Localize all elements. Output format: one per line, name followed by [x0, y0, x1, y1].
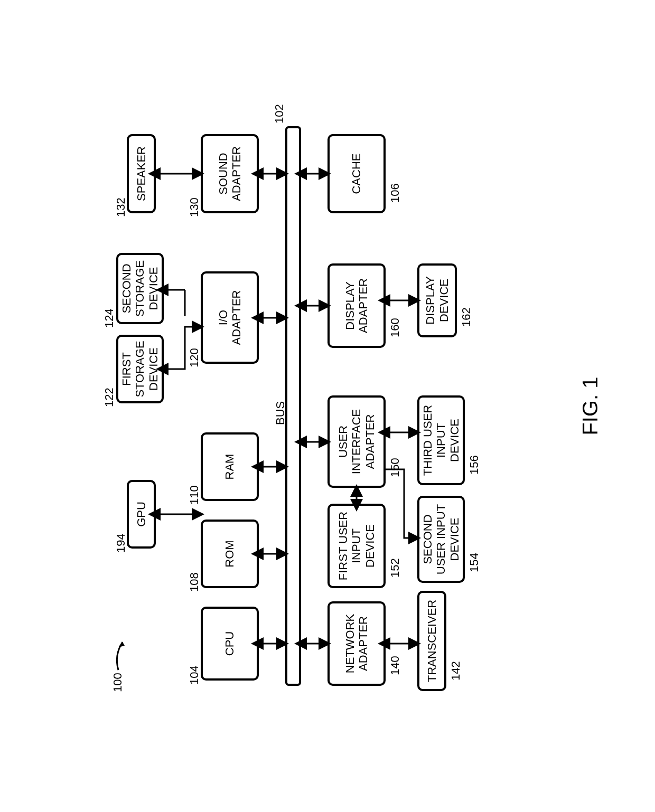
ram-ref: 110 — [188, 485, 201, 505]
cpu-ref: 104 — [188, 665, 201, 685]
second-user-input-block: SECOND USER INPUT DEVICE — [417, 496, 465, 583]
cache-block: CACHE — [328, 134, 386, 213]
system-ref-arrow-icon — [113, 634, 129, 671]
cpu-label: CPU — [223, 631, 236, 656]
speaker-block: SPEAKER — [127, 134, 156, 213]
third-user-input-ref: 156 — [467, 455, 481, 475]
ui-adapter-block: USER INTERFACE ADAPTER — [328, 395, 386, 488]
display-device-block: DISPLAY DEVICE — [417, 263, 457, 337]
speaker-ref: 132 — [114, 197, 128, 217]
transceiver-ref: 142 — [449, 661, 463, 681]
io-adapter-ref: 120 — [188, 348, 201, 367]
second-storage-label: SECOND STORAGE DEVICE — [120, 260, 160, 317]
rom-ref: 108 — [188, 572, 201, 592]
first-user-input-ref: 152 — [388, 558, 402, 578]
display-adapter-label: DISPLAY ADAPTER — [343, 278, 370, 333]
sound-adapter-ref: 130 — [188, 197, 201, 217]
bus-label: BUS — [274, 401, 287, 425]
second-storage-block: SECOND STORAGE DEVICE — [116, 253, 164, 324]
gpu-label: GPU — [135, 502, 148, 527]
cache-ref: 106 — [388, 183, 402, 203]
network-adapter-label: NETWORK ADAPTER — [343, 614, 370, 673]
ui-adapter-ref: 150 — [388, 458, 402, 477]
rom-block: ROM — [201, 520, 259, 588]
second-storage-ref: 124 — [102, 308, 116, 328]
first-storage-ref: 122 — [102, 388, 116, 407]
network-adapter-block: NETWORK ADAPTER — [328, 601, 386, 686]
gpu-ref: 194 — [114, 533, 128, 553]
system-ref-label: 100 — [111, 673, 125, 692]
transceiver-label: TRANSCEIVER — [425, 600, 438, 682]
bus-block: BUS — [285, 126, 301, 686]
third-user-input-block: THIRD USER INPUT DEVICE — [417, 395, 465, 485]
display-adapter-block: DISPLAY ADAPTER — [328, 263, 386, 348]
sound-adapter-label: SOUND ADAPTER — [217, 146, 244, 201]
transceiver-block: TRANSCEIVER — [417, 591, 446, 691]
first-storage-block: FIRST STORAGE DEVICE — [116, 335, 164, 403]
speaker-label: SPEAKER — [135, 146, 148, 201]
io-adapter-block: I/O ADAPTER — [201, 271, 259, 364]
rom-label: ROM — [223, 540, 236, 567]
ui-adapter-label: USER INTERFACE ADAPTER — [336, 409, 377, 474]
bus-ref: 102 — [273, 104, 286, 124]
third-user-input-label: THIRD USER INPUT DEVICE — [421, 405, 461, 476]
display-device-ref: 162 — [460, 307, 473, 327]
sound-adapter-block: SOUND ADAPTER — [201, 134, 259, 213]
figure-caption: FIG. 1 — [578, 376, 602, 435]
cpu-block: CPU — [201, 607, 259, 681]
second-user-input-ref: 154 — [467, 553, 481, 572]
gpu-block: GPU — [127, 480, 156, 549]
display-device-label: DISPLAY DEVICE — [424, 276, 451, 324]
block-diagram: 100 GPU 194 FIRST STORAGE DEVICE 122 SEC… — [111, 116, 544, 696]
first-user-input-label: FIRST USER INPUT DEVICE — [336, 512, 377, 580]
display-adapter-ref: 160 — [388, 318, 402, 337]
first-user-input-block: FIRST USER INPUT DEVICE — [328, 504, 386, 588]
io-adapter-label: I/O ADAPTER — [217, 290, 244, 345]
cache-label: CACHE — [350, 154, 363, 194]
ram-label: RAM — [223, 454, 236, 480]
first-storage-label: FIRST STORAGE DEVICE — [120, 341, 160, 397]
network-adapter-ref: 140 — [388, 656, 402, 675]
second-user-input-label: SECOND USER INPUT DEVICE — [421, 504, 461, 574]
ram-block: RAM — [201, 432, 259, 501]
